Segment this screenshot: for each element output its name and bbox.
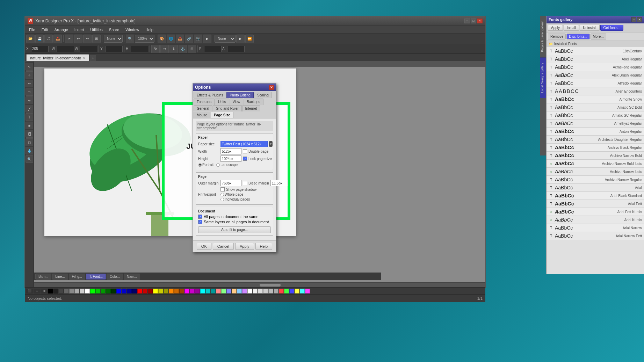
tab-tune-ups[interactable]: Tune-ups bbox=[194, 99, 215, 105]
tab-view[interactable]: View bbox=[230, 99, 244, 105]
color-swatch[interactable] bbox=[111, 289, 116, 294]
apply-button[interactable]: Apply bbox=[235, 243, 254, 250]
color-swatch[interactable] bbox=[247, 289, 252, 294]
menu-window[interactable]: Window bbox=[123, 27, 142, 32]
font-list-item[interactable]: TAaBbCcAmatic SC Bold bbox=[547, 103, 644, 111]
color-swatch[interactable] bbox=[216, 289, 221, 294]
color-swatch[interactable] bbox=[95, 289, 100, 294]
individual-pages-option[interactable]: Individual pages bbox=[220, 197, 250, 201]
same-layers-checkbox[interactable]: ✓ bbox=[198, 220, 202, 224]
color-swatch[interactable] bbox=[80, 289, 85, 294]
link-button[interactable]: 🔗 bbox=[185, 35, 193, 43]
all-pages-checkbox[interactable]: ✓ bbox=[198, 215, 202, 219]
tab-internet[interactable]: Internet bbox=[242, 105, 260, 111]
sidebar-tab-local[interactable]: Local Designs gallery bbox=[540, 57, 546, 98]
color-swatch[interactable] bbox=[232, 289, 237, 294]
show-shadow-checkbox[interactable] bbox=[220, 187, 225, 191]
font-list-item[interactable]: TAaBbCc18thCentury bbox=[547, 47, 644, 55]
align-button[interactable]: ⊞ bbox=[188, 45, 196, 53]
active-tab[interactable]: nature_twitter_in-streamphoto ✕ bbox=[26, 54, 89, 61]
undo-button[interactable]: ↩ bbox=[74, 35, 82, 43]
publish-button[interactable]: 🌐 bbox=[167, 35, 175, 43]
font-list-item[interactable]: TAaBbCcArchivo Narrow Regular bbox=[547, 176, 644, 184]
font-list-item[interactable]: TAaBbCcArial Black Standard bbox=[547, 192, 644, 200]
color-swatch[interactable] bbox=[90, 289, 95, 294]
tab-close-icon[interactable]: ✕ bbox=[82, 56, 85, 60]
w-input[interactable] bbox=[57, 46, 74, 52]
menu-share[interactable]: Share bbox=[106, 27, 122, 32]
color-swatch[interactable] bbox=[195, 289, 200, 294]
import-button[interactable]: 📥 bbox=[53, 35, 62, 43]
fg-close-button[interactable]: ✕ bbox=[637, 17, 642, 22]
layer-dropdown[interactable]: None bbox=[104, 35, 123, 43]
font-list-item[interactable]: ○AaBbCcArial Kursiv bbox=[547, 216, 644, 224]
color-swatch[interactable] bbox=[263, 289, 268, 294]
color-swatch[interactable] bbox=[190, 289, 195, 294]
color-swatch[interactable] bbox=[116, 289, 121, 294]
forward-button[interactable]: ⏩ bbox=[245, 35, 254, 43]
fg-minimize-button[interactable]: ─ bbox=[631, 17, 636, 22]
color-swatch[interactable] bbox=[242, 289, 247, 294]
color-swatch[interactable] bbox=[274, 289, 278, 294]
tab-scaling[interactable]: Scaling bbox=[254, 92, 272, 98]
flip-v-button[interactable]: ⇕ bbox=[169, 45, 178, 53]
landscape-option[interactable]: Landscape bbox=[216, 163, 238, 167]
fg-remove-button[interactable]: Remove bbox=[548, 34, 566, 39]
tab-effects-plugins[interactable]: Effects & Plugins bbox=[194, 92, 226, 98]
color-swatch[interactable] bbox=[300, 289, 305, 294]
font-list-item[interactable]: TAaBbCcAmatic SC Regular bbox=[547, 111, 644, 120]
menu-file[interactable]: File bbox=[26, 27, 38, 32]
color-swatch[interactable] bbox=[211, 289, 216, 294]
color-swatch[interactable] bbox=[268, 289, 273, 294]
width-input[interactable] bbox=[220, 148, 241, 154]
sidebar-tab-pages[interactable]: Pages & Layer gallery bbox=[540, 16, 546, 57]
color-swatch[interactable] bbox=[143, 289, 147, 294]
fg-install-button[interactable]: Install bbox=[564, 25, 579, 31]
color-swatch[interactable] bbox=[148, 289, 153, 294]
ok-button[interactable]: OK bbox=[197, 243, 211, 250]
whole-page-radio[interactable] bbox=[220, 193, 224, 196]
color-swatch[interactable] bbox=[137, 289, 142, 294]
y-input[interactable] bbox=[105, 46, 123, 52]
outer-margin-input[interactable] bbox=[220, 180, 241, 186]
tab-backups[interactable]: Backups bbox=[244, 99, 263, 105]
paper-size-input[interactable] bbox=[220, 141, 268, 147]
photo-button[interactable]: 📷 bbox=[194, 35, 202, 43]
color-swatch[interactable] bbox=[164, 289, 168, 294]
font-list-item[interactable]: TAaBbCcAlmonte Snow bbox=[547, 95, 644, 103]
font-list-item[interactable]: TAaBbCcArial bbox=[547, 184, 644, 192]
fg-uninstall-button[interactable]: Uninstall bbox=[580, 25, 599, 31]
font-list-item[interactable]: ○AaBbCcArchivo Narrow Bold Italic bbox=[547, 160, 644, 168]
zoom-dropdown[interactable]: 100% bbox=[135, 35, 154, 43]
color-swatch[interactable] bbox=[169, 289, 174, 294]
color-swatch[interactable] bbox=[200, 289, 205, 294]
font-list-item[interactable]: TAaBbCcArchivo Black Regular bbox=[547, 144, 644, 152]
color-swatch[interactable] bbox=[106, 289, 111, 294]
font-list-item[interactable]: TAABBCCAlien Encounters bbox=[547, 87, 644, 95]
bleed-margin-checkbox[interactable] bbox=[243, 181, 247, 185]
landscape-radio[interactable] bbox=[216, 163, 220, 167]
maximize-button[interactable]: □ bbox=[471, 19, 476, 23]
font-list-item[interactable]: TAaBbCcAmethyst Regular bbox=[547, 120, 644, 128]
whole-page-option[interactable]: Whole page bbox=[220, 193, 243, 196]
print-button[interactable]: 🖨 bbox=[44, 35, 53, 43]
color-swatch[interactable] bbox=[132, 289, 137, 294]
color-swatch[interactable] bbox=[305, 289, 310, 294]
color-swatch[interactable] bbox=[258, 289, 263, 294]
menu-arrange[interactable]: Arrange bbox=[52, 27, 71, 32]
font-list-item[interactable]: TAaBbCcAlfredo Regular bbox=[547, 79, 644, 87]
color-button[interactable]: 🎨 bbox=[158, 35, 166, 43]
portrait-radio[interactable] bbox=[198, 163, 202, 167]
height-input[interactable] bbox=[220, 155, 241, 162]
color-swatch[interactable] bbox=[289, 289, 294, 294]
flip-h-button[interactable]: ⇔ bbox=[160, 45, 169, 53]
double-page-checkbox[interactable] bbox=[243, 149, 247, 153]
tab-units[interactable]: Units bbox=[215, 99, 229, 105]
palette-stroke-icon[interactable]: □ bbox=[34, 289, 41, 294]
viewport-button[interactable]: ⊞ bbox=[92, 35, 101, 43]
bleed-margin-input[interactable] bbox=[270, 180, 288, 186]
font-list-item[interactable]: TAaBbCcArchivo Narrow Bold bbox=[547, 152, 644, 160]
fg-apply-button[interactable]: Apply bbox=[548, 25, 563, 31]
h-input[interactable] bbox=[131, 46, 148, 52]
color-swatch[interactable] bbox=[174, 289, 179, 294]
